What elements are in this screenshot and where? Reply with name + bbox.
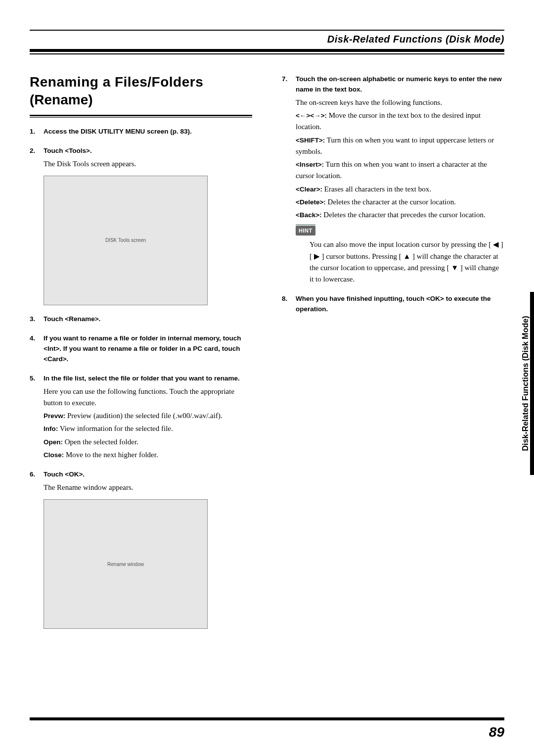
step-4: If you want to rename a file or folder i…	[30, 333, 252, 365]
step-8: When you have finished inputting, touch …	[282, 294, 504, 315]
step-7-defn-arrows: <←><→>: Move the cursor in the text box …	[296, 110, 504, 133]
step-3-head: Touch <Rename>.	[44, 315, 100, 323]
step-5: In the file list, select the file or fol…	[30, 374, 252, 461]
screenshot-disk-tools: DISK Tools screen	[44, 176, 208, 305]
step-7-defn-back: <Back>: Deletes the character that prece…	[296, 209, 504, 221]
step-5-defn-info: Info: View information for the selected …	[44, 423, 252, 434]
step-8-head: When you have finished inputting, touch …	[296, 295, 491, 313]
hint-body: You can also move the input location cur…	[310, 239, 504, 285]
screenshot-rename: Rename window	[44, 499, 208, 629]
header-title: Disk-Related Functions (Disk Mode)	[30, 34, 504, 45]
step-7-defn-shift: <SHIFT>: Turn this on when you want to i…	[296, 135, 504, 158]
step-2-head: Touch <Tools>.	[44, 147, 92, 154]
step-7-head: Touch the on-screen alphabetic or numeri…	[296, 75, 502, 93]
step-7: Touch the on-screen alphabetic or numeri…	[282, 74, 504, 285]
side-tab-text: Disk-Related Functions (Disk Mode)	[521, 316, 530, 451]
section-title-line1: Renaming a Files/Folders	[30, 74, 252, 90]
step-6: Touch <OK>. The Rename window appears. R…	[30, 470, 252, 629]
step-1: Access the DISK UTILITY MENU screen (p. …	[30, 127, 252, 137]
side-tab: Disk-Related Functions (Disk Mode)	[517, 292, 534, 475]
screenshot-label-2: Rename window	[107, 561, 144, 568]
step-5-defn-prevw: Prevw: Preview (audition) the selected f…	[44, 410, 252, 422]
step-7-body-0: The on-screen keys have the following fu…	[296, 97, 504, 108]
section-title-line2: (Rename)	[30, 92, 252, 108]
step-2-body-0: The Disk Tools screen appears.	[44, 158, 252, 170]
hint-label: HINT	[296, 226, 315, 236]
step-3: Touch <Rename>.	[30, 314, 252, 325]
step-7-defn-delete: <Delete>: Deletes the character at the c…	[296, 196, 504, 208]
step-1-head: Access the DISK UTILITY MENU screen (p. …	[44, 128, 192, 135]
header-rule-top	[30, 30, 504, 31]
step-5-defn-open: Open: Open the selected folder.	[44, 436, 252, 448]
step-5-head: In the file list, select the file or fol…	[44, 375, 240, 382]
section-rule	[30, 115, 252, 118]
page-number: 89	[489, 724, 504, 740]
step-6-head: Touch <OK>.	[44, 471, 85, 478]
footer-rule	[30, 717, 504, 720]
step-2: Touch <Tools>. The Disk Tools screen app…	[30, 146, 252, 305]
step-7-defn-clear: <Clear>: Erases all characters in the te…	[296, 184, 504, 195]
side-tab-bar	[530, 292, 534, 475]
step-4-head: If you want to rename a file or folder i…	[44, 334, 241, 363]
step-7-defn-insert: <Insert>: Turn this on when you want to …	[296, 159, 504, 182]
screenshot-label: DISK Tools screen	[105, 236, 146, 244]
step-6-body-0: The Rename window appears.	[44, 482, 252, 493]
step-5-body-0: Here you can use the following functions…	[44, 386, 252, 409]
header-rule-thick	[30, 49, 504, 54]
step-5-defn-close: Close: Move to the next higher folder.	[44, 449, 252, 461]
